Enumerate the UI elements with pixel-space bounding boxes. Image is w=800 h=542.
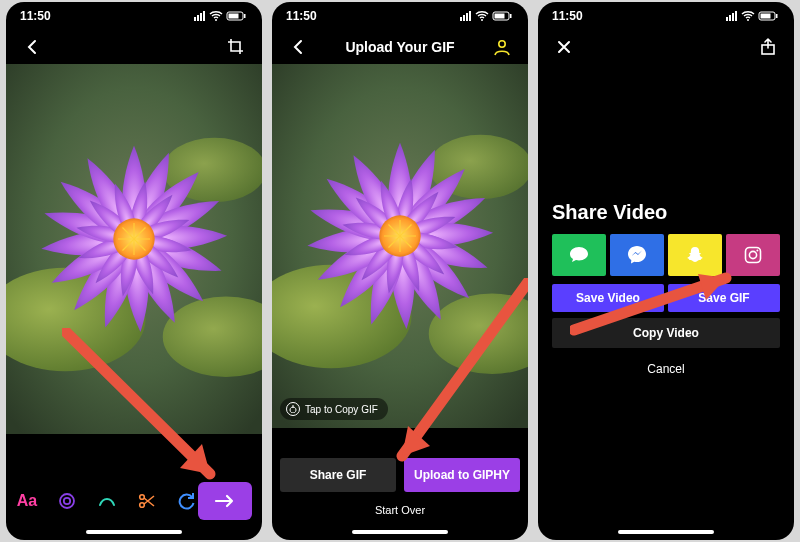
- screen-editor: 11:50 Aa: [6, 2, 262, 540]
- copy-video-button[interactable]: Copy Video: [552, 318, 780, 348]
- status-time: 11:50: [552, 9, 583, 23]
- tap-to-copy-badge[interactable]: Tap to Copy GIF: [280, 398, 388, 420]
- home-indicator: [86, 530, 182, 534]
- svg-point-25: [499, 41, 505, 47]
- svg-rect-28: [746, 248, 761, 263]
- save-gif-button[interactable]: Save GIF: [668, 284, 780, 312]
- profile-icon[interactable]: [490, 35, 514, 59]
- share-panel: Share Video Save Video Save GIF Copy Vid…: [552, 201, 780, 376]
- editor-toolbar: Aa: [6, 482, 262, 520]
- start-over-button[interactable]: Start Over: [280, 492, 520, 532]
- tap-icon: [286, 402, 300, 416]
- home-indicator: [352, 530, 448, 534]
- share-targets: [552, 234, 780, 276]
- status-icons: [194, 11, 248, 21]
- share-snapchat[interactable]: [668, 234, 722, 276]
- system-share-icon[interactable]: [756, 35, 780, 59]
- draw-tool-icon[interactable]: [96, 490, 118, 512]
- svg-point-30: [756, 250, 758, 252]
- editor-header: [6, 30, 262, 64]
- screen-share: 11:50 Share Video S: [538, 2, 794, 540]
- screen-upload: 11:50 Upload Your GIF Tap to Copy GIF Sh…: [272, 2, 528, 540]
- sticker-tool-icon[interactable]: [56, 490, 78, 512]
- crop-icon[interactable]: [224, 35, 248, 59]
- share-messenger[interactable]: [610, 234, 664, 276]
- upload-header: Upload Your GIF: [272, 30, 528, 64]
- status-icons: [460, 11, 514, 21]
- next-button[interactable]: [198, 482, 252, 520]
- svg-point-21: [60, 494, 74, 508]
- status-time: 11:50: [20, 9, 51, 23]
- status-time: 11:50: [286, 9, 317, 23]
- share-header: [538, 30, 794, 64]
- svg-point-22: [64, 498, 70, 504]
- back-icon[interactable]: [286, 35, 310, 59]
- share-title: Share Video: [552, 201, 780, 224]
- trim-tool-icon[interactable]: [136, 490, 158, 512]
- cancel-button[interactable]: Cancel: [552, 362, 780, 376]
- text-tool-icon[interactable]: Aa: [16, 490, 38, 512]
- save-video-button[interactable]: Save Video: [552, 284, 664, 312]
- share-instagram[interactable]: [726, 234, 780, 276]
- close-icon[interactable]: [552, 35, 576, 59]
- svg-point-29: [749, 251, 756, 258]
- tap-to-copy-label: Tap to Copy GIF: [305, 404, 378, 415]
- media-preview[interactable]: Tap to Copy GIF: [272, 64, 528, 428]
- share-gif-button[interactable]: Share GIF: [280, 458, 396, 492]
- status-bar: 11:50: [6, 2, 262, 30]
- status-icons: [726, 11, 780, 21]
- share-messages[interactable]: [552, 234, 606, 276]
- status-bar: 11:50: [272, 2, 528, 30]
- home-indicator: [618, 530, 714, 534]
- media-preview[interactable]: [6, 64, 262, 434]
- loop-tool-icon[interactable]: [176, 490, 198, 512]
- status-bar: 11:50: [538, 2, 794, 30]
- back-icon[interactable]: [20, 35, 44, 59]
- upload-to-giphy-button[interactable]: Upload to GIPHY: [404, 458, 520, 492]
